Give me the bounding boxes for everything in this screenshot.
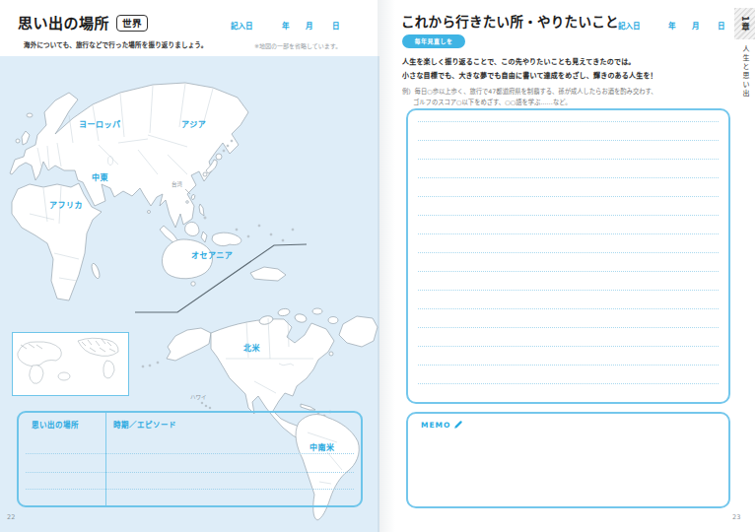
writing-line[interactable]	[418, 160, 719, 178]
table-row-divider	[26, 453, 354, 454]
left-page-title: 思い出の場所世界	[18, 12, 148, 33]
date-month-label[interactable]: 月	[692, 20, 700, 31]
review-badge: 毎年見直しを	[402, 34, 465, 48]
writing-line[interactable]	[418, 141, 719, 160]
writing-line[interactable]	[418, 122, 719, 141]
example-line-1: 例）毎日○歩以上歩く、旅行で47都道府県を制覇する、孫が成人したらお酒を酌み交わ…	[402, 87, 727, 96]
left-title-text: 思い出の場所	[18, 15, 109, 33]
writing-line[interactable]	[418, 253, 719, 272]
memo-label: MEMO	[421, 420, 463, 430]
date-year-label[interactable]: 年	[668, 20, 676, 31]
chapter-number: 1章	[739, 16, 750, 32]
table-header-place: 思い出の場所	[32, 419, 79, 430]
right-page-title: これから行きたい所・やりたいこと	[401, 11, 619, 31]
map-label-europe: ヨーロッパ	[79, 118, 121, 129]
map-label-hawaii: ハワイ	[190, 393, 207, 401]
writing-line[interactable]	[418, 216, 719, 234]
date-entry-label: 記入日	[231, 20, 253, 31]
wish-list-writing-area[interactable]	[406, 108, 730, 404]
book-spine	[378, 0, 395, 532]
date-month-label[interactable]: 月	[306, 20, 313, 31]
memory-table[interactable]: 思い出の場所 時期／エピソード	[17, 411, 363, 507]
page-number-left: 22	[7, 513, 15, 521]
memo-box[interactable]: MEMO	[406, 412, 730, 508]
left-subtitle: 海外についても、旅行などで行った場所を振り返りましょう。	[24, 39, 207, 49]
world-map-panel: ヨーロッパ アジア 中東 アフリカ オセアニア 北米 中南米 ハワイ 台湾 思い…	[0, 56, 379, 532]
writing-line[interactable]	[418, 366, 719, 384]
writing-line[interactable]	[418, 272, 719, 291]
intro-line-1: 人生を楽しく振り返ることで、この先やりたいことも見えてきたのでは。	[402, 56, 727, 66]
date-entry-label: 記入日	[618, 20, 641, 31]
page-number-right: 23	[732, 513, 740, 521]
writing-line[interactable]	[418, 309, 719, 328]
writing-line[interactable]	[418, 347, 719, 366]
writing-line[interactable]	[418, 234, 719, 253]
inset-world-map	[12, 332, 129, 396]
chapter-title-vertical: 人生と思い出	[740, 45, 750, 99]
table-row-divider	[26, 489, 354, 490]
date-day-label[interactable]: 日	[332, 20, 340, 31]
writing-line[interactable]	[418, 110, 719, 122]
map-label-taiwan: 台湾	[172, 180, 182, 188]
memo-text: MEMO	[421, 421, 450, 430]
map-label-middle-east: 中東	[92, 171, 108, 182]
table-row-divider	[26, 472, 354, 473]
table-header-episode: 時期／エピソード	[113, 419, 176, 430]
date-year-label[interactable]: 年	[282, 20, 290, 31]
chapter-tab[interactable]: 1章	[734, 8, 755, 39]
date-day-label[interactable]: 日	[718, 20, 725, 31]
map-label-oceania: オセアニア	[191, 249, 233, 260]
writing-line[interactable]	[418, 197, 719, 216]
map-label-africa: アフリカ	[49, 199, 83, 210]
pencil-icon	[453, 420, 463, 430]
writing-line[interactable]	[418, 291, 719, 309]
example-line-2: ゴルフのスコア○以下をめざす、○○語を学ぶ……など。	[413, 98, 738, 106]
map-label-north-america: 北米	[243, 342, 260, 353]
writing-line[interactable]	[418, 178, 719, 197]
region-tag: 世界	[116, 15, 148, 32]
writing-line[interactable]	[418, 328, 719, 347]
map-label-asia: アジア	[181, 118, 206, 129]
table-column-divider	[105, 413, 106, 505]
intro-line-2: 小さな目標でも、大きな夢でも自由に書いて達成をめざし、輝きのある人生を！	[402, 70, 727, 80]
map-omission-note: ※地図の一部を省略しています。	[254, 41, 341, 50]
